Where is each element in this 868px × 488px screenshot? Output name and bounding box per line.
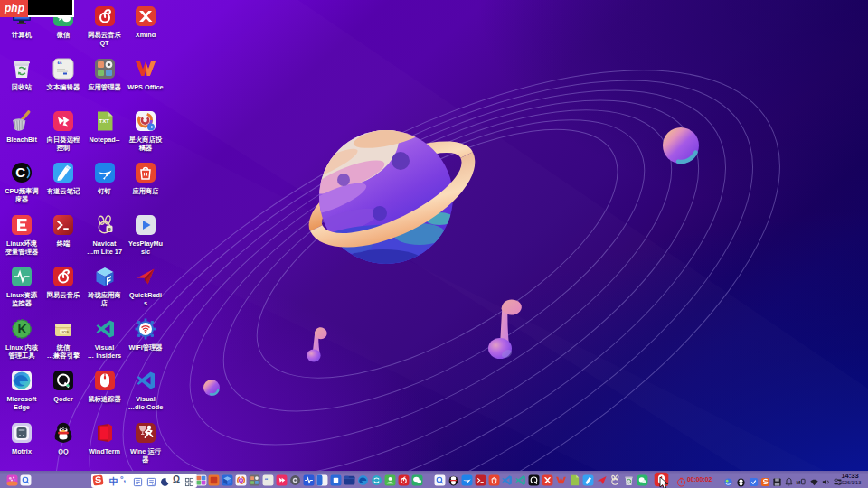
svg-text:“: “	[265, 476, 269, 483]
svg-text:e: e	[108, 225, 111, 231]
svg-text:C: C	[15, 164, 25, 180]
svg-text:K: K	[18, 322, 27, 336]
svg-text:UOS: UOS	[61, 329, 69, 333]
svg-text:TXT: TXT	[99, 117, 109, 123]
svg-text:M: M	[796, 480, 800, 485]
